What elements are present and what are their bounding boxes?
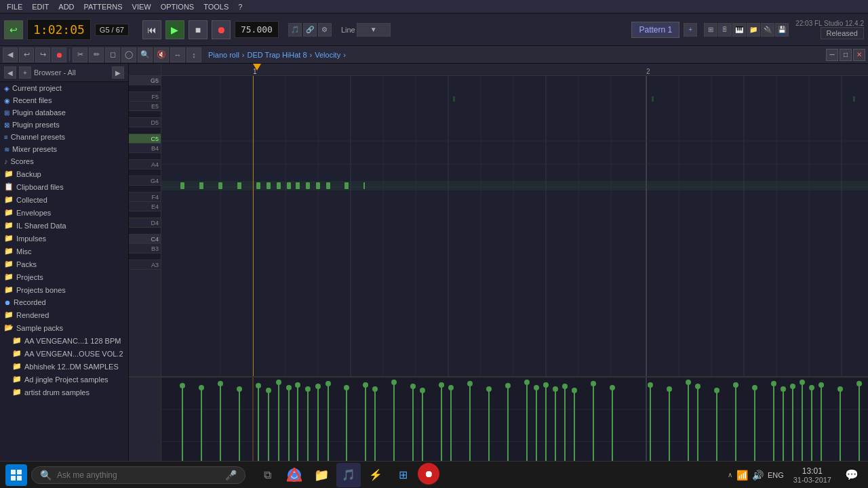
project-btn[interactable]: 💾: [775, 23, 789, 37]
sidebar-item-sample-packs[interactable]: 📂 Sample packs: [0, 321, 128, 334]
key-f5[interactable]: F5: [129, 92, 161, 102]
key-g5[interactable]: G5: [129, 76, 161, 85]
undo-btn[interactable]: ↩: [19, 47, 34, 62]
paint-tool[interactable]: ◯: [121, 47, 136, 62]
line-dropdown[interactable]: ▼: [357, 23, 391, 37]
sidebar-item-aa-vengeanc1[interactable]: 📁 AA VENGEANC...1 128 BPM: [0, 334, 128, 347]
plugin-btn[interactable]: 🔌: [761, 23, 774, 37]
sys-tray-expand[interactable]: ∧: [728, 471, 732, 479]
channel-rack-btn[interactable]: ⊞: [704, 23, 717, 37]
key-d4[interactable]: D4: [129, 218, 161, 228]
piano-roll-btn[interactable]: 🎹: [732, 23, 746, 37]
taskbar-app4[interactable]: 🎵: [336, 463, 361, 487]
velocity-canvas[interactable]: ◢: [161, 378, 868, 474]
sidebar-item-scores[interactable]: ♪ Scores: [0, 155, 128, 167]
mute-tool[interactable]: 🔇: [154, 47, 169, 62]
key-c5[interactable]: C5: [129, 134, 161, 144]
clock[interactable]: 13:01 31-03-2017: [793, 466, 831, 484]
tool-btn-1[interactable]: 🎵: [288, 23, 302, 37]
taskbar-chrome[interactable]: [282, 463, 307, 487]
browser-add-btn[interactable]: +: [19, 66, 31, 79]
start-button[interactable]: [5, 464, 27, 486]
sidebar-item-projects[interactable]: 📁 Projects: [0, 270, 128, 283]
strum-tool[interactable]: ↕: [186, 47, 201, 62]
sidebar-item-projects-bones[interactable]: 📁 Projects bones: [0, 283, 128, 296]
menu-help[interactable]: ?: [234, 1, 246, 12]
maximize-btn[interactable]: □: [840, 49, 852, 61]
redo-btn[interactable]: ↪: [35, 47, 50, 62]
breadcrumb-piano-roll[interactable]: Piano roll: [208, 51, 239, 59]
key-b3[interactable]: B3: [129, 244, 161, 253]
note-grid[interactable]: [161, 76, 868, 376]
sidebar-item-envelopes[interactable]: 📁 Envelopes: [0, 206, 128, 219]
key-a3[interactable]: A3: [129, 260, 161, 270]
sidebar-item-rendered[interactable]: 📁 Rendered: [0, 308, 128, 321]
menu-add[interactable]: ADD: [54, 1, 78, 12]
sidebar-item-recent-files[interactable]: ◉ Recent files: [0, 94, 128, 106]
record2-btn[interactable]: ⏺: [52, 47, 66, 62]
key-gs4[interactable]: [129, 169, 161, 176]
key-ds4[interactable]: [129, 211, 161, 218]
pattern-add[interactable]: +: [684, 23, 697, 37]
menu-edit[interactable]: EDIT: [28, 1, 53, 12]
notification-btn[interactable]: 💬: [841, 464, 863, 486]
sidebar-item-impulses[interactable]: 📁 Impulses: [0, 232, 128, 245]
close-btn[interactable]: ✕: [853, 49, 865, 61]
sidebar-item-clipboard-files[interactable]: 📋 Clipboard files: [0, 180, 128, 193]
tool-btn-2[interactable]: 🔗: [303, 23, 317, 37]
key-cs4[interactable]: [129, 228, 161, 235]
sidebar-item-current-project[interactable]: ◈ Current project: [0, 82, 128, 94]
taskbar-app6[interactable]: ⊞: [391, 463, 415, 487]
sidebar-item-mixer-presets[interactable]: ≋ Mixer presets: [0, 143, 128, 155]
browser-btn[interactable]: 📁: [747, 23, 760, 37]
key-e5[interactable]: E5: [129, 102, 161, 111]
sidebar-item-il-shared-data[interactable]: 📁 IL Shared Data: [0, 219, 128, 232]
play-btn[interactable]: ▶: [165, 20, 184, 39]
menu-options[interactable]: OPTIONS: [157, 1, 199, 12]
key-f4[interactable]: F4: [129, 192, 161, 202]
sidebar-item-collected[interactable]: 📁 Collected: [0, 193, 128, 206]
search-input[interactable]: [57, 470, 220, 480]
breadcrumb-velocity[interactable]: Velocity: [315, 51, 340, 59]
slip-tool[interactable]: ↔: [170, 47, 185, 62]
key-cs5[interactable]: [129, 127, 161, 134]
pattern-btn[interactable]: Pattern 1: [631, 22, 679, 38]
search-bar[interactable]: 🔍 🎤: [31, 466, 245, 484]
loop-btn[interactable]: ↩: [4, 20, 23, 39]
select-tool[interactable]: ✂: [73, 47, 87, 62]
key-as4[interactable]: [129, 153, 161, 160]
sidebar-item-aa-vengeanc2[interactable]: 📁 AA VENGEAN...OUSE VOL.2: [0, 347, 128, 360]
rewind-btn[interactable]: ⏮: [142, 20, 161, 39]
sidebar-fwd-btn[interactable]: ▶: [112, 66, 124, 79]
sidebar-item-plugin-database[interactable]: ⊞ Plugin database: [0, 106, 128, 119]
key-a4[interactable]: A4: [129, 160, 161, 169]
sidebar-item-packs[interactable]: 📁 Packs: [0, 258, 128, 270]
key-d5[interactable]: D5: [129, 118, 161, 127]
taskbar-record-app[interactable]: ⏺: [418, 463, 439, 485]
zoom-tool[interactable]: 🔍: [138, 47, 153, 62]
menu-view[interactable]: VIEW: [128, 1, 155, 12]
mixer-btn[interactable]: 🎚: [718, 23, 732, 37]
sidebar-item-channel-presets[interactable]: ≡ Channel presets: [0, 131, 128, 143]
sidebar-item-backup[interactable]: 📁 Backup: [0, 167, 128, 180]
key-as3[interactable]: [129, 253, 161, 260]
menu-tools[interactable]: TOOLS: [199, 1, 233, 12]
key-g4[interactable]: G4: [129, 176, 161, 186]
key-b4[interactable]: B4: [129, 144, 161, 153]
menu-patterns[interactable]: PATTERNS: [80, 1, 127, 12]
taskbar-fl-studio[interactable]: ⚡: [363, 463, 388, 487]
key-ds5[interactable]: [129, 111, 161, 118]
sidebar-item-recorded[interactable]: ⏺ Recorded: [0, 296, 128, 308]
network-icon[interactable]: 📶: [736, 470, 748, 481]
key-fs5[interactable]: [129, 85, 161, 92]
sidebar-back-btn[interactable]: ◀: [4, 66, 16, 79]
sidebar-item-misc[interactable]: 📁 Misc: [0, 245, 128, 258]
breadcrumb-instrument[interactable]: DED Trap HiHat 8: [248, 51, 307, 59]
stop-btn[interactable]: ■: [189, 20, 208, 39]
key-e4[interactable]: E4: [129, 202, 161, 211]
tool-btn-3[interactable]: ⚙: [318, 23, 332, 37]
eraser-tool[interactable]: ◻: [105, 47, 120, 62]
taskbar-file-explorer[interactable]: 📁: [309, 463, 334, 487]
taskbar-task-view[interactable]: ⧉: [255, 463, 279, 487]
minimize-btn[interactable]: ─: [826, 49, 838, 61]
